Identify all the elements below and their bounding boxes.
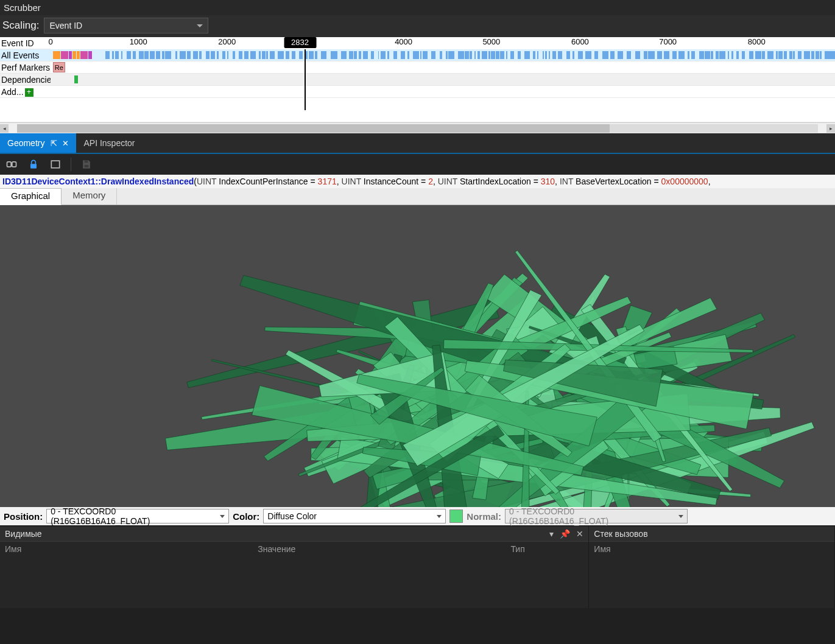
svg-rect-5: [85, 165, 89, 167]
normal-select: 0 - TEXCOORD0 (R16G16B16A16_FLOAT): [505, 509, 688, 523]
scaling-select-value: Event ID: [49, 21, 82, 30]
timeline-hscroll[interactable]: ◂ ▸: [0, 122, 835, 133]
geometry-options-bar: Position: 0 - TEXCOORD0 (R16G16B16A16_FL…: [0, 507, 835, 525]
playhead[interactable]: [305, 49, 306, 110]
geometry-sub-tabs: Graphical Memory: [0, 188, 835, 205]
chevron-down-icon: [437, 515, 442, 518]
row-label-add[interactable]: Add... +: [0, 86, 51, 97]
timeline-blank: [0, 98, 835, 122]
close-icon[interactable]: ✕: [62, 139, 69, 148]
chevron-down-icon[interactable]: ▾: [549, 529, 554, 539]
scroll-thumb[interactable]: [17, 124, 610, 133]
ruler-tick: 4000: [395, 37, 412, 46]
ruler-tick: 0: [48, 37, 52, 46]
chevron-down-icon: [678, 515, 683, 518]
position-select[interactable]: 0 - TEXCOORD0 (R16G16B16A16_FLOAT): [46, 509, 229, 523]
panel-callstack-body[interactable]: [589, 556, 834, 608]
dependency-marker: [74, 75, 78, 83]
panel-callstack: Стек вызовов Имя: [589, 527, 835, 608]
ruler-tick: 8000: [748, 37, 766, 46]
geometry-toolbar: [0, 154, 835, 175]
row-label-perf-markers: Perf Markers: [0, 61, 51, 73]
svg-rect-2: [30, 164, 37, 169]
perf-markers-track[interactable]: Re: [51, 61, 835, 73]
plus-icon[interactable]: +: [25, 88, 33, 97]
panel-callstack-columns: Имя: [589, 541, 834, 556]
pin-icon[interactable]: 📌: [560, 529, 570, 539]
scaling-label: Scaling:: [1, 19, 39, 32]
ruler-label: Event ID: [0, 37, 51, 49]
row-label-all-events: All Events: [0, 49, 51, 61]
ruler-tick: 1000: [130, 37, 147, 46]
scaling-select[interactable]: Event ID: [44, 18, 208, 33]
row-label-dependencies: Dependencies: [0, 74, 51, 85]
panel-callstack-title: Стек вызовов: [594, 529, 647, 539]
perf-marker[interactable]: Re: [53, 62, 65, 72]
close-icon[interactable]: ✕: [576, 529, 583, 539]
toolbar-separator: [71, 158, 71, 171]
normal-label: Normal:: [467, 511, 501, 522]
api-function-name: ID3D11DeviceContext1::DrawIndexedInstanc…: [2, 177, 194, 186]
color-select[interactable]: Diffuse Color: [263, 509, 446, 523]
scrubber-title: Scrubber: [0, 0, 835, 15]
geometry-viewport[interactable]: [0, 205, 835, 507]
current-event-badge: 2832: [284, 37, 316, 48]
pin-icon[interactable]: ⇱: [51, 139, 57, 148]
ruler-tick: 7000: [659, 37, 677, 46]
color-swatch[interactable]: [449, 509, 463, 523]
link-icon[interactable]: [5, 158, 18, 171]
color-label: Color:: [233, 511, 259, 522]
dependencies-track[interactable]: [51, 74, 835, 85]
scrubber-panel: Scrubber Scaling: Event ID Event ID 0 10…: [0, 0, 835, 133]
panel-visible-body[interactable]: [0, 556, 588, 608]
tab-api-inspector[interactable]: API Inspector: [76, 133, 142, 153]
svg-rect-0: [7, 162, 12, 167]
ruler-body[interactable]: 0 1000 2000 3000 4000 5000 6000 7000 800…: [51, 37, 835, 49]
window-icon[interactable]: [49, 158, 62, 171]
svg-rect-1: [12, 162, 16, 167]
panel-visible-columns: Имя Значение Тип: [0, 541, 588, 556]
panel-visible: Видимые ▾ 📌 ✕ Имя Значение Тип: [0, 527, 589, 608]
sub-tab-memory[interactable]: Memory: [62, 188, 117, 205]
scroll-right-icon[interactable]: ▸: [826, 124, 835, 133]
ruler-tick: 5000: [482, 37, 500, 46]
scroll-left-icon[interactable]: ◂: [0, 124, 9, 133]
timeline[interactable]: Event ID 0 1000 2000 3000 4000 5000 6000…: [0, 37, 835, 133]
chevron-down-icon: [220, 515, 225, 518]
panel-visible-title: Видимые: [5, 529, 42, 539]
all-events-track[interactable]: [51, 49, 835, 61]
svg-rect-3: [51, 161, 59, 168]
panel-tab-bar: Geometry ⇱ ✕ API Inspector: [0, 133, 835, 154]
sub-tab-graphical[interactable]: Graphical: [0, 188, 62, 205]
svg-rect-4: [85, 160, 88, 163]
api-call-line: ID3D11DeviceContext1::DrawIndexedInstanc…: [0, 175, 835, 188]
add-track: [51, 86, 835, 97]
position-label: Position:: [4, 511, 43, 522]
save-icon[interactable]: [80, 158, 93, 171]
bottom-dock: Видимые ▾ 📌 ✕ Имя Значение Тип Стек вызо…: [0, 527, 835, 608]
lock-icon[interactable]: [27, 158, 40, 171]
ruler-tick: 2000: [218, 37, 236, 46]
tab-geometry[interactable]: Geometry ⇱ ✕: [0, 133, 76, 153]
chevron-down-icon: [197, 24, 203, 27]
ruler-tick: 6000: [571, 37, 589, 46]
